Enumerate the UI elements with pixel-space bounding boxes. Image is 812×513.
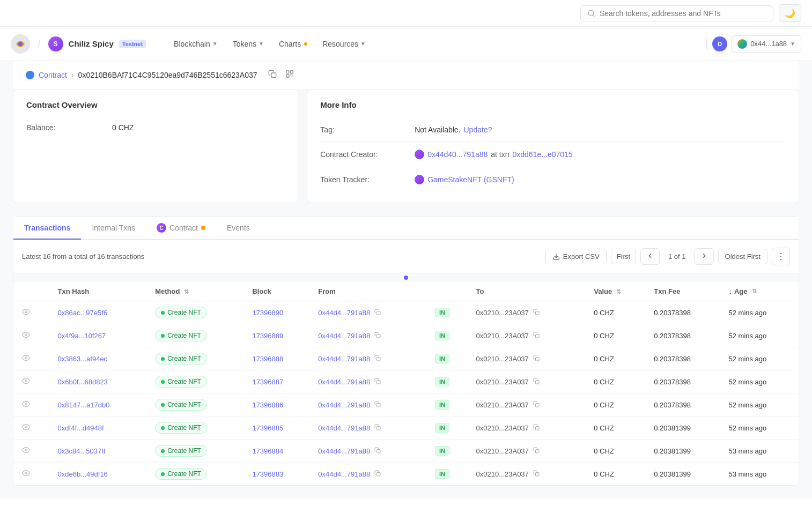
- age-cell: 52 mins ago: [722, 393, 799, 417]
- from-address-link[interactable]: 0x44d4...791a88: [318, 424, 370, 432]
- txn-hash-link[interactable]: 0xde6b...49df16: [58, 470, 108, 478]
- copy-from-button[interactable]: [372, 354, 383, 364]
- from-address-link[interactable]: 0x44d4...791a88: [318, 332, 370, 340]
- address-dropdown-button[interactable]: 0x44...1a88 ▼: [732, 35, 801, 53]
- from-address-link[interactable]: 0x44d4...791a88: [318, 470, 370, 478]
- tab-transactions[interactable]: Transactions: [13, 217, 81, 240]
- copy-to-button[interactable]: [531, 400, 542, 410]
- copy-to-button[interactable]: [531, 377, 542, 387]
- contract-creator-txn-link[interactable]: 0xdd61e...e07015: [513, 150, 573, 159]
- dark-mode-button[interactable]: 🌙: [779, 4, 801, 22]
- svg-rect-20: [535, 380, 539, 384]
- eye-cell: [13, 301, 51, 324]
- row-eye-button[interactable]: [20, 307, 32, 318]
- brand-separator: /: [38, 38, 41, 50]
- row-eye-button[interactable]: [20, 399, 32, 411]
- txn-hash-link[interactable]: 0x6b0f...68d823: [58, 378, 108, 386]
- update-tag-link[interactable]: Update?: [464, 125, 492, 134]
- nav-blockchain[interactable]: Blockchain ▼: [167, 35, 224, 53]
- next-page-button[interactable]: [695, 248, 714, 265]
- chevron-down-icon: ▼: [212, 41, 218, 47]
- copy-to-button[interactable]: [531, 446, 542, 456]
- col-header-value: Value ⇅: [587, 282, 647, 301]
- svg-rect-4: [271, 73, 276, 78]
- col-header-age: ↓ Age ⇅: [722, 282, 799, 301]
- search-input[interactable]: [600, 9, 766, 18]
- nav-tokens[interactable]: Tokens ▼: [226, 35, 270, 53]
- token-tracker-link[interactable]: GameStakeNFT (GSNFT): [427, 175, 514, 184]
- search-icon: [587, 9, 595, 18]
- block-link[interactable]: 17396885: [252, 424, 283, 432]
- qr-icon: [285, 70, 294, 78]
- method-dot-icon: [161, 472, 165, 476]
- txn-hash-link[interactable]: 0xdf4f...d4948f: [58, 424, 104, 432]
- copy-from-button[interactable]: [372, 423, 383, 433]
- breadcrumb: Contract › 0x0210B6BAf71C4C95120ea9d746B…: [13, 61, 799, 89]
- tab-internal-txns[interactable]: Internal Txns: [81, 217, 146, 240]
- tab-events[interactable]: Events: [216, 217, 261, 240]
- block-link[interactable]: 17396887: [252, 378, 283, 386]
- txn-hash-cell: 0x6b0f...68d823: [51, 370, 149, 393]
- more-info-title: More Info: [320, 100, 786, 109]
- row-eye-button[interactable]: [20, 445, 32, 457]
- from-address-link[interactable]: 0x44d4...791a88: [318, 355, 370, 363]
- from-address-link[interactable]: 0x44d4...791a88: [318, 447, 370, 455]
- breadcrumb-contract-link[interactable]: Contract: [39, 71, 67, 79]
- table-row: 0xdf4f...d4948f Create NFT 17396885 0x44…: [13, 417, 799, 440]
- copy-address-button[interactable]: [266, 69, 279, 81]
- block-link[interactable]: 17396890: [252, 309, 283, 317]
- copy-to-button[interactable]: [531, 354, 542, 364]
- txn-hash-link[interactable]: 0x4f9a...10f267: [58, 332, 106, 340]
- copy-to-button[interactable]: [531, 423, 542, 433]
- method-cell: Create NFT: [149, 347, 246, 370]
- prev-page-button[interactable]: [640, 248, 660, 265]
- copy-from-button[interactable]: [372, 469, 383, 479]
- brand-link[interactable]: / S Chiliz Spicy Testnet: [11, 34, 146, 54]
- from-address-link[interactable]: 0x44d4...791a88: [318, 309, 370, 317]
- table-row: 0x86ac...97e5f6 Create NFT 17396890 0x44…: [13, 301, 799, 324]
- copy-to-button[interactable]: [531, 331, 542, 341]
- copy-from-button[interactable]: [372, 331, 383, 341]
- row-eye-button[interactable]: [20, 422, 32, 434]
- first-page-button[interactable]: First: [611, 249, 636, 264]
- block-link[interactable]: 17396883: [252, 470, 283, 478]
- txn-hash-link[interactable]: 0x8147...a17db0: [58, 401, 110, 409]
- transactions-table: Txn Hash Method ⇅ Block From To Value ⇅ …: [13, 282, 799, 485]
- sort-order-button[interactable]: Oldest First: [718, 249, 767, 264]
- address-text: 0x44...1a88: [750, 40, 787, 48]
- block-link[interactable]: 17396888: [252, 355, 283, 363]
- contract-creator-address-link[interactable]: 0x44d40...791a88: [427, 150, 488, 159]
- export-csv-button[interactable]: Export CSV: [545, 249, 607, 264]
- block-link[interactable]: 17396886: [252, 401, 283, 409]
- copy-to-button[interactable]: [531, 469, 542, 479]
- row-eye-button[interactable]: [20, 353, 32, 365]
- copy-from-button[interactable]: [372, 446, 383, 456]
- block-link[interactable]: 17396889: [252, 332, 283, 340]
- from-address-link[interactable]: 0x44d4...791a88: [318, 378, 370, 386]
- value-cell: 0 CHZ: [587, 370, 647, 393]
- block-link[interactable]: 17396884: [252, 447, 283, 455]
- copy-from-button[interactable]: [372, 377, 383, 387]
- copy-from-button[interactable]: [372, 308, 383, 318]
- more-options-button[interactable]: ⋮: [772, 248, 790, 265]
- search-box[interactable]: [580, 5, 773, 21]
- copy-from-button[interactable]: [372, 400, 383, 410]
- row-eye-button[interactable]: [20, 468, 32, 480]
- tab-contract[interactable]: C Contract: [146, 217, 216, 240]
- token-tracker-label: Token Tracker:: [320, 175, 406, 184]
- txn-hash-link[interactable]: 0x3c84...5037ff: [58, 447, 106, 455]
- txn-hash-link[interactable]: 0x86ac...97e5f6: [58, 309, 108, 317]
- eye-icon: [22, 423, 30, 431]
- eye-cell: [13, 463, 51, 486]
- row-eye-button[interactable]: [20, 376, 32, 388]
- row-eye-button[interactable]: [20, 330, 32, 341]
- method-cell: Create NFT: [149, 301, 246, 324]
- from-address-link[interactable]: 0x44d4...791a88: [318, 401, 370, 409]
- nav-resources[interactable]: Resources ▼: [316, 35, 372, 53]
- col-header-block: Block: [246, 282, 312, 301]
- copy-to-button[interactable]: [531, 308, 542, 318]
- txn-hash-link[interactable]: 0x3863...af94ec: [58, 355, 108, 363]
- txn-fee-cell: 0.20378398: [647, 324, 722, 347]
- qr-button[interactable]: [283, 69, 296, 81]
- nav-charts[interactable]: Charts: [272, 35, 314, 53]
